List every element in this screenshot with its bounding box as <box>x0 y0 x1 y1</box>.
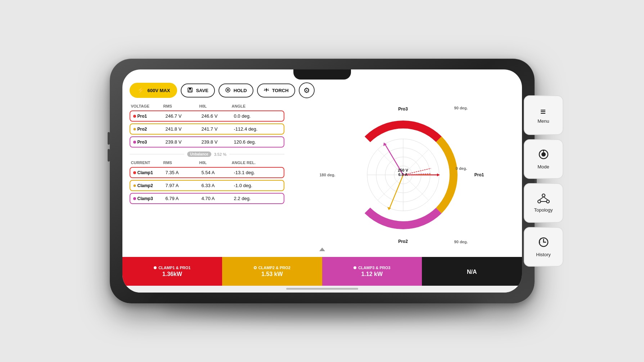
pro2-row: Pro2 241.8 V 241.7 V -112.4 deg. <box>130 123 284 135</box>
power-label-clamp3: CLAMP3 & PRO3 <box>353 266 390 270</box>
scroll-up-arrow <box>319 248 325 251</box>
pro1-angle: 0.0 deg. <box>234 113 270 119</box>
pro1-dot <box>133 115 136 118</box>
h01-col-header: h0l <box>199 104 232 108</box>
phasor-container: Pro3 90 deg. Pro1 0 deg. Pro2 90 deg. 18… <box>342 114 464 236</box>
power-value-clamp1: 1.36kW <box>162 271 182 277</box>
power-dot-clamp2 <box>254 266 257 269</box>
power-cell-clamp3[interactable]: CLAMP3 & PRO3 1.12 kW <box>322 257 422 286</box>
unbalance-value: 3.52 % <box>214 152 226 157</box>
clamp3-row: Clamp3 6.79 A 4.70 A 2.2 deg. <box>130 193 284 204</box>
power-label-text-clamp3: CLAMP3 & PRO3 <box>358 266 390 270</box>
current-header: CURRENT RMS h0l Angle Rel. <box>130 160 284 165</box>
clamp1-angle: -13.1 deg. <box>234 170 270 175</box>
svg-line-19 <box>267 89 269 90</box>
screen: ⚡ 600V MAX SAVE <box>122 69 522 293</box>
svg-line-8 <box>544 197 548 200</box>
history-button[interactable]: History <box>524 227 563 267</box>
torch-label: TORCH <box>272 88 289 93</box>
power-bar: CLAMP1 & PRO1 1.36kW CLAMP2 & PRO2 1.53 … <box>122 257 522 286</box>
clamp2-angle: -1.0 deg. <box>234 183 270 188</box>
topology-button[interactable]: Topology <box>524 183 563 223</box>
clamp3-rms: 6.79 A <box>166 196 202 201</box>
pro1-row: Pro1 246.7 V 246.6 V 0.0 deg. <box>130 110 284 122</box>
clamp2-rms: 7.97 A <box>166 183 202 188</box>
history-icon <box>538 236 549 250</box>
voltage-header: VOLTAGE RMS h0l Angle <box>130 104 284 108</box>
pro3-dot <box>133 141 136 144</box>
volume-up-button[interactable] <box>108 132 110 145</box>
clamp1-label: Clamp1 <box>133 170 166 175</box>
pro1-h01: 246.6 V <box>202 113 234 119</box>
phasor-svg <box>342 114 464 236</box>
hold-icon <box>225 87 231 94</box>
menu-icon: ≡ <box>540 107 546 116</box>
data-table: VOLTAGE RMS h0l Angle Pro1 <box>130 104 284 245</box>
phone-shadow <box>160 296 484 318</box>
clamp1-h01: 5.54 A <box>202 170 234 175</box>
svg-point-5 <box>538 200 541 203</box>
current-angle-header: Angle Rel. <box>232 160 268 165</box>
power-label-text-clamp1: CLAMP1 & PRO1 <box>158 266 190 270</box>
menu-label: Menu <box>537 118 549 124</box>
power-dot-clamp1 <box>154 266 157 269</box>
pro2-rms: 241.8 V <box>166 126 202 132</box>
clamp1-rms: 7.35 A <box>166 170 202 175</box>
save-label: SAVE <box>196 88 208 93</box>
mode-label: Mode <box>537 164 549 169</box>
phasor-area: Pro3 90 deg. Pro1 0 deg. Pro2 90 deg. 18… <box>292 104 515 245</box>
pro3-label: Pro3 <box>133 140 166 145</box>
menu-button[interactable]: ≡ Menu <box>524 95 563 135</box>
phone-shell: ⚡ 600V MAX SAVE <box>110 59 535 303</box>
clamp2-label: Clamp2 <box>133 183 166 188</box>
power-cell-clamp2[interactable]: CLAMP2 & PRO2 1.53 kW <box>222 257 322 286</box>
hold-button[interactable]: HOLD <box>219 83 253 98</box>
warning-icon: ⚡ <box>137 86 145 94</box>
power-value-clamp3: 1.12 kW <box>361 271 383 277</box>
svg-rect-14 <box>189 90 192 92</box>
left-buttons <box>108 132 110 162</box>
scroll-indicator[interactable] <box>130 245 515 253</box>
mode-button[interactable]: Mode <box>524 139 563 179</box>
power-label-clamp1: CLAMP1 & PRO1 <box>154 266 190 270</box>
unbalance-badge: Unbalance <box>187 151 211 157</box>
volume-down-button[interactable] <box>108 149 110 162</box>
svg-line-18 <box>264 89 265 90</box>
pro3-rms: 239.8 V <box>166 139 202 145</box>
right-panel: ≡ Menu Mode <box>524 95 563 267</box>
current-col-header: CURRENT <box>131 160 163 165</box>
svg-point-4 <box>542 194 545 197</box>
power-value-clamp2: 1.53 kW <box>261 271 283 277</box>
clamp1-dot <box>133 171 136 174</box>
phasor-right-deg: 0 deg. <box>456 166 467 171</box>
clamp3-h01: 4.70 A <box>202 196 234 201</box>
save-button[interactable]: SAVE <box>181 83 215 98</box>
bottom-scroll <box>130 286 515 293</box>
power-cell-clamp1[interactable]: CLAMP1 & PRO1 1.36kW <box>122 257 222 286</box>
power-cell-na[interactable]: N/A <box>422 257 522 286</box>
history-label: History <box>536 252 550 257</box>
power-value-na: N/A <box>467 269 477 275</box>
hold-label: HOLD <box>234 88 247 93</box>
pro1-label: Pro1 <box>133 114 166 119</box>
pro2-h01: 241.7 V <box>202 126 234 132</box>
svg-line-7 <box>539 197 544 200</box>
torch-button[interactable]: TORCH <box>257 83 295 98</box>
phasor-top-phase: Pro3 <box>398 107 408 112</box>
clamp2-row: Clamp2 7.97 A 6.33 A -1.0 deg. <box>130 180 284 191</box>
settings-button[interactable]: ⚙ <box>299 82 315 98</box>
screen-content: ⚡ 600V MAX SAVE <box>122 69 522 293</box>
clamp3-dot <box>133 197 136 200</box>
phone-inner: ⚡ 600V MAX SAVE <box>122 69 522 293</box>
current-rms-header: RMS <box>163 160 199 165</box>
torch-icon <box>264 87 269 94</box>
scroll-bar-track[interactable] <box>286 288 358 290</box>
pro2-angle: -112.4 deg. <box>234 126 270 132</box>
voltage-warning-button[interactable]: ⚡ 600V MAX <box>130 83 177 98</box>
pro2-label: Pro2 <box>133 127 166 132</box>
current-h01-header: h0l <box>199 160 232 165</box>
pro3-angle: 120.6 deg. <box>234 139 270 145</box>
phasor-right-phase: Pro1 <box>474 172 484 177</box>
phasor-bottom-deg: 90 deg. <box>454 240 468 244</box>
voltage-col-header: VOLTAGE <box>131 104 163 108</box>
